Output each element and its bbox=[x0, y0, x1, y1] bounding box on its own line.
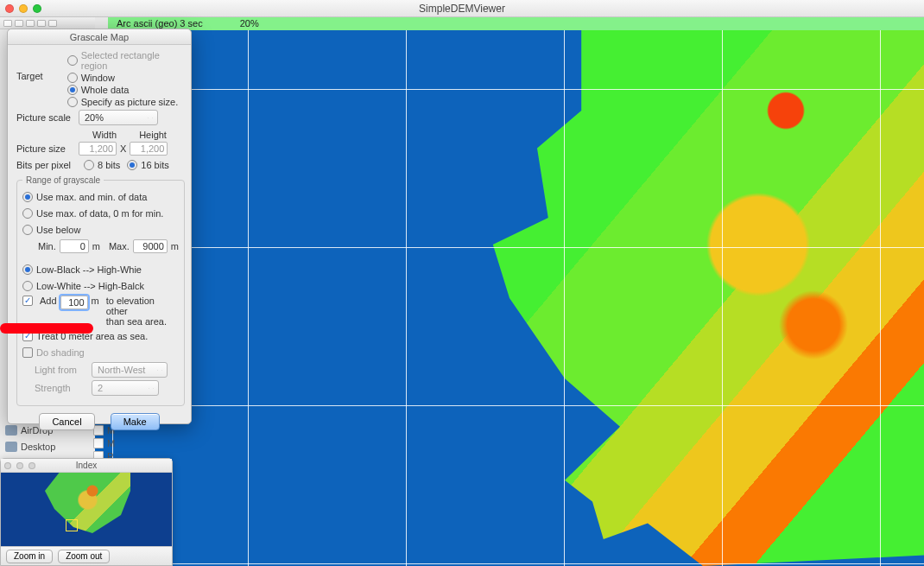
option-label: Use max. and min. of data bbox=[36, 192, 147, 202]
strength-label: Strength bbox=[35, 383, 86, 393]
add-value-input[interactable]: 100 bbox=[60, 296, 88, 309]
range-legend: Range of grayscale bbox=[22, 175, 104, 185]
toolbar-button[interactable] bbox=[48, 20, 57, 27]
add-label: Add bbox=[40, 296, 57, 306]
window-title: SimpleDEMViewer bbox=[0, 3, 924, 15]
option-label: Use below bbox=[36, 225, 80, 235]
min-input[interactable]: 0 bbox=[60, 239, 89, 253]
direction-lowblack[interactable]: Low-Black --> High-Whie bbox=[22, 263, 179, 277]
light-from-select[interactable]: North-West bbox=[92, 362, 168, 378]
grid-line bbox=[722, 30, 723, 566]
add-note-line2: than sea area. bbox=[106, 316, 179, 327]
sidebar-item-label: Desktop bbox=[21, 442, 55, 452]
cancel-button[interactable]: Cancel bbox=[39, 413, 94, 430]
picture-scale-label: Picture scale bbox=[16, 112, 79, 123]
option-label: 16 bits bbox=[141, 160, 168, 170]
terrain-render bbox=[371, 30, 924, 566]
dataset-type-label: Arc ascii (geo) 3 sec bbox=[117, 18, 203, 29]
make-button[interactable]: Make bbox=[111, 413, 160, 430]
grid-line bbox=[95, 405, 924, 406]
max-input[interactable]: 9000 bbox=[133, 239, 168, 253]
add-checkbox[interactable] bbox=[22, 296, 33, 306]
range-option-maxmin[interactable]: Use max. and min. of data bbox=[22, 190, 179, 204]
grid-line bbox=[406, 30, 407, 566]
light-from-label: Light from bbox=[35, 365, 86, 375]
select-value: 2 bbox=[98, 383, 103, 393]
radio-icon[interactable] bbox=[127, 160, 137, 170]
do-shading-row[interactable]: Do shading bbox=[22, 346, 179, 359]
zoom-out-button[interactable]: Zoom out bbox=[58, 550, 110, 563]
option-label: Selected rectangle region bbox=[81, 50, 182, 71]
picture-size-label: Picture size bbox=[16, 143, 79, 154]
bpp-8-option[interactable]: 8 bits bbox=[84, 160, 120, 170]
index-map[interactable] bbox=[1, 473, 172, 547]
option-label: Use max. of data, 0 m for min. bbox=[36, 208, 163, 219]
bpp-label: Bits per pixel bbox=[16, 160, 84, 170]
width-header: Width bbox=[92, 130, 117, 140]
height-header: Height bbox=[139, 130, 167, 140]
min-label: Min. bbox=[38, 241, 56, 251]
radio-icon[interactable] bbox=[22, 225, 33, 235]
max-label: Max. bbox=[109, 241, 130, 251]
option-label: Specify as picture size. bbox=[81, 97, 179, 107]
toolbar-peek bbox=[0, 17, 95, 29]
width-input[interactable]: 1,200 bbox=[79, 142, 117, 156]
select-value: 20% bbox=[85, 112, 104, 123]
option-label: Do shading bbox=[36, 347, 85, 358]
grid-line bbox=[95, 247, 924, 248]
radio-icon[interactable] bbox=[84, 160, 94, 170]
radio-icon[interactable] bbox=[22, 192, 33, 202]
radio-icon[interactable] bbox=[22, 208, 33, 219]
list-item[interactable]: M bbox=[93, 436, 162, 449]
radio-icon[interactable] bbox=[67, 73, 78, 83]
option-label: Low-White --> High-Balck bbox=[36, 281, 144, 291]
toolbar-button[interactable] bbox=[3, 20, 12, 27]
unit-m: m bbox=[92, 241, 100, 251]
radio-icon[interactable] bbox=[67, 55, 78, 66]
picture-scale-select[interactable]: 20% bbox=[79, 110, 158, 125]
annotation-highlight bbox=[0, 323, 93, 334]
add-note-line1: to elevation other bbox=[106, 296, 179, 316]
radio-icon[interactable] bbox=[67, 97, 78, 107]
height-input[interactable]: 1,200 bbox=[130, 142, 168, 156]
select-value: North-West bbox=[98, 365, 145, 375]
target-option-rectangle[interactable]: Selected rectangle region bbox=[67, 50, 182, 71]
toolbar-button[interactable] bbox=[15, 20, 23, 27]
zoom-in-button[interactable]: Zoom in bbox=[6, 550, 53, 563]
map-canvas[interactable] bbox=[95, 30, 924, 566]
grid-line bbox=[95, 563, 924, 564]
index-viewport-rect[interactable] bbox=[66, 519, 78, 531]
sidebar-item-desktop[interactable]: Desktop bbox=[5, 440, 92, 454]
zoom-percent-label: 20% bbox=[240, 18, 259, 29]
range-option-below[interactable]: Use below bbox=[22, 223, 179, 237]
radio-icon[interactable] bbox=[22, 264, 33, 275]
grid-line bbox=[248, 30, 249, 566]
file-icon bbox=[93, 438, 104, 448]
toolbar-button[interactable] bbox=[26, 20, 35, 27]
radio-icon[interactable] bbox=[22, 281, 33, 291]
main-titlebar[interactable]: SimpleDEMViewer bbox=[0, 0, 924, 17]
range-option-max0[interactable]: Use max. of data, 0 m for min. bbox=[22, 207, 179, 220]
target-option-specify[interactable]: Specify as picture size. bbox=[67, 97, 182, 107]
target-option-whole[interactable]: Whole data bbox=[67, 85, 182, 95]
radio-icon[interactable] bbox=[67, 85, 78, 95]
target-label: Target bbox=[16, 71, 67, 81]
range-fieldset: Range of grayscale Use max. and min. of … bbox=[16, 175, 185, 406]
toolbar-button[interactable] bbox=[37, 20, 46, 27]
x-separator: X bbox=[120, 143, 126, 154]
index-titlebar[interactable]: Index bbox=[1, 459, 172, 473]
target-option-window[interactable]: Window bbox=[67, 73, 182, 83]
dialog-title: Grascale Map bbox=[8, 29, 191, 45]
bpp-16-option[interactable]: 16 bits bbox=[127, 160, 168, 170]
direction-lowwhite[interactable]: Low-White --> High-Balck bbox=[22, 279, 179, 293]
do-shading-checkbox[interactable] bbox=[22, 347, 33, 358]
grid-line bbox=[564, 30, 565, 566]
strength-select[interactable]: 2 bbox=[92, 380, 159, 396]
grid-line bbox=[95, 89, 924, 90]
file-label: M bbox=[107, 438, 115, 448]
desktop-icon bbox=[5, 442, 17, 452]
option-label: Window bbox=[81, 73, 115, 83]
unit-m: m bbox=[171, 241, 179, 251]
grayscale-map-dialog: Grascale Map Target Selected rectangle r… bbox=[7, 29, 192, 424]
info-bar: Arc ascii (geo) 3 sec 20% bbox=[108, 17, 924, 30]
